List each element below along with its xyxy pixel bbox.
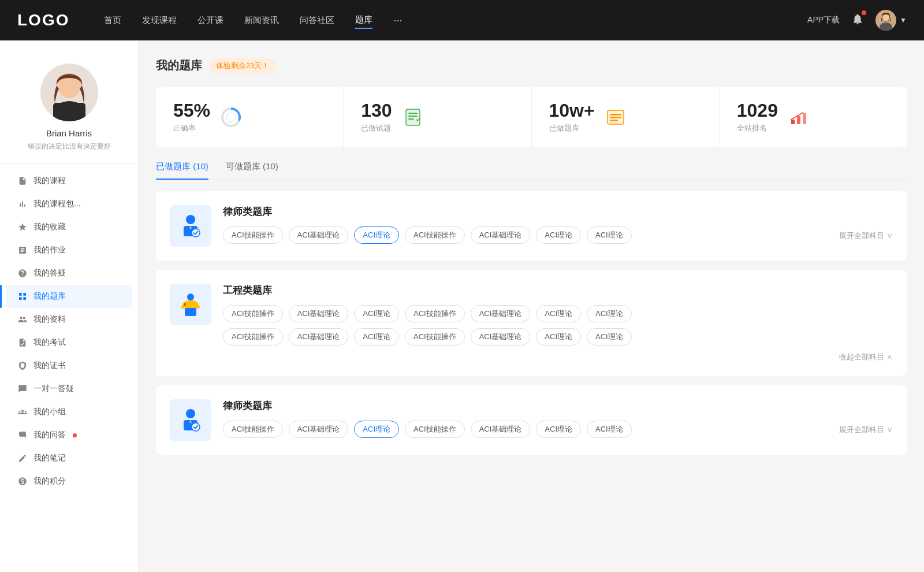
nav-home[interactable]: 首页 [104,13,121,28]
menu-label: 我的收藏 [33,222,66,232]
menu-my-work[interactable]: 我的作业 [6,239,132,262]
menu-my-notes[interactable]: 我的笔记 [6,447,132,470]
tag[interactable]: ACI技能操作 [223,226,283,244]
tag[interactable]: ACI理论 [587,328,632,346]
tag[interactable]: ACI理论 [536,421,581,438]
menu-my-group[interactable]: 我的小组 [6,400,132,424]
sidebar-menu: 我的课程 我的课程包... 我的收藏 我的作业 [0,169,138,493]
menu-my-data[interactable]: 我的资料 [6,308,132,331]
unread-dot [73,433,77,437]
svg-point-32 [186,409,195,418]
lawyer-icon [170,205,211,247]
stat-accuracy: 55% 正确率 [156,87,344,147]
tabs-row: 已做题库 (10) 可做题库 (10) [156,161,907,180]
collapse-link-2[interactable]: 收起全部科目 ∧ [839,350,893,364]
tag[interactable]: ACI技能操作 [223,305,283,322]
tag[interactable]: ACI基础理论 [289,421,349,438]
tag-active[interactable]: ACI理论 [354,226,399,244]
svg-rect-21 [791,120,795,124]
menu-label: 我的问答 [33,430,66,440]
tag[interactable]: ACI理论 [354,305,399,322]
menu-my-exam[interactable]: 我的考试 [6,331,132,354]
nav-open-course[interactable]: 公开课 [198,13,223,28]
tab-available-banks[interactable]: 可做题库 (10) [226,161,278,179]
page-header: 我的题库 体验剩余23天！ [156,58,907,73]
nav-qbank[interactable]: 题库 [355,12,372,29]
tag[interactable]: ACI技能操作 [405,328,465,346]
stat-label-accuracy: 正确率 [173,123,210,133]
tag[interactable]: ACI理论 [536,305,581,322]
tag[interactable]: ACI理论 [536,328,581,346]
menu-label: 我的作业 [33,245,66,255]
tag[interactable]: ACI基础理论 [289,305,349,322]
qbank-title-3: 律师类题库 [223,399,893,413]
main-nav: 首页 发现课程 公开课 新闻资讯 问答社区 题库 ··· [104,12,807,29]
menu-label: 我的小组 [33,407,66,417]
tab-done-banks[interactable]: 已做题库 (10) [156,161,208,179]
nav-more[interactable]: ··· [393,14,402,27]
qbank-title-1: 律师类题库 [223,205,893,218]
menu-label: 我的资料 [33,314,66,325]
menu-label: 我的笔记 [33,453,66,463]
menu-my-qa[interactable]: 我的答疑 [6,262,132,285]
tag[interactable]: ACI理论 [587,226,632,244]
svg-rect-11 [406,109,420,125]
tag[interactable]: ACI基础理论 [471,305,531,322]
stat-value-banks: 10w+ [549,101,595,120]
menu-my-package[interactable]: 我的课程包... [6,192,132,216]
tag[interactable]: ACI基础理论 [471,328,531,346]
svg-rect-20 [610,120,618,121]
expand-link-1[interactable]: 展开全部科目 ∨ [839,228,893,244]
expand-link-3[interactable]: 展开全部科目 ∨ [839,422,893,438]
svg-rect-13 [408,113,418,114]
tag[interactable]: ACI技能操作 [405,421,465,438]
stat-done-questions: 130 已做试题 [344,87,531,147]
nav-news[interactable]: 新闻资讯 [244,13,279,28]
menu-my-qbank[interactable]: 我的题库 [6,285,132,308]
tag[interactable]: ACI技能操作 [405,226,465,244]
tag[interactable]: ACI基础理论 [289,328,349,346]
svg-rect-15 [408,118,414,120]
qbank-content-3: 律师类题库 ACI技能操作 ACI基础理论 ACI理论 ACI技能操作 ACI基… [223,399,893,438]
svg-point-10 [226,113,236,122]
stat-site-rank: 1029 全站排名 [720,87,907,147]
svg-rect-19 [610,117,621,118]
app-download-btn[interactable]: APP下载 [807,15,840,25]
nav-qa[interactable]: 问答社区 [300,13,334,28]
nav-discover[interactable]: 发现课程 [142,13,177,28]
grid-icon [17,291,28,302]
menu-my-fav[interactable]: 我的收藏 [6,216,132,239]
menu-label: 一对一答疑 [33,384,74,394]
tag[interactable]: ACI理论 [587,421,632,438]
profile-avatar [40,64,98,121]
tag[interactable]: ACI基础理论 [471,421,531,438]
tag[interactable]: ACI基础理论 [471,226,531,244]
svg-rect-29 [184,303,186,306]
menu-my-cert[interactable]: 我的证书 [6,354,132,377]
menu-my-points[interactable]: 我的积分 [6,470,132,493]
notification-bell[interactable] [851,13,864,28]
engineer-icon [170,284,211,325]
tag[interactable]: ACI技能操作 [405,305,465,322]
stat-value-accuracy: 55% [173,101,210,120]
main-content: 我的题库 体验剩余23天！ 55% 正确率 [139,40,924,572]
qbank-card-lawyer-2: 律师类题库 ACI技能操作 ACI基础理论 ACI理论 ACI技能操作 ACI基… [156,385,907,455]
tag-active[interactable]: ACI理论 [354,421,399,438]
menu-my-questions[interactable]: 我的问答 [6,424,132,447]
user-avatar-menu[interactable]: ▼ [875,10,907,31]
tag[interactable]: ACI理论 [536,226,581,244]
menu-one-on-one[interactable]: 一对一答疑 [6,377,132,400]
tag[interactable]: ACI技能操作 [223,421,283,438]
stat-done-banks: 10w+ 已做题库 [532,87,720,147]
stats-row: 55% 正确率 130 已做试题 [156,87,907,147]
menu-label: 我的答疑 [33,268,66,278]
qbank-content-2: 工程类题库 ACI技能操作 ACI基础理论 ACI理论 ACI技能操作 ACI基… [223,284,893,362]
stat-value-rank: 1029 [737,101,778,120]
tag[interactable]: ACI理论 [354,328,399,346]
tag[interactable]: ACI基础理论 [289,226,349,244]
menu-my-course[interactable]: 我的课程 [6,169,132,192]
tag[interactable]: ACI理论 [587,305,632,322]
tag[interactable]: ACI技能操作 [223,328,283,346]
star-icon [17,222,28,232]
people-icon [17,314,28,325]
